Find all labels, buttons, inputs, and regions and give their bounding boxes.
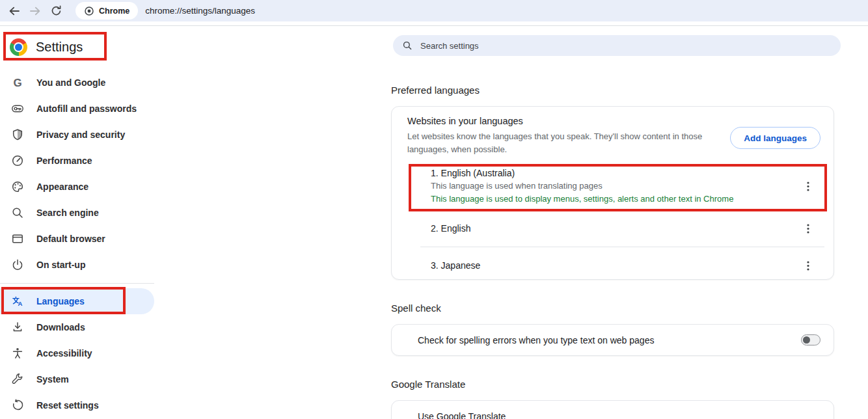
settings-sidebar: Settings G You and Google Autofill and p… [0,27,156,419]
use-google-translate-label: Use Google Translate [418,411,821,419]
kebab-menu-icon [804,260,813,271]
spell-check-card: Check for spelling errors when you type … [391,324,834,356]
reset-icon [11,399,24,412]
google-translate-card: Use Google Translate [391,400,834,419]
settings-main: Preferred languages Websites in your lan… [156,27,868,419]
sidebar-item-label: Autofill and passwords [36,103,137,114]
sidebar-item-label: System [36,374,69,385]
sidebar-item-label: Privacy and security [36,129,125,140]
site-chip-label: Chrome [99,7,129,16]
translate-icon: A [11,295,24,308]
kebab-menu-icon [804,223,813,234]
chrome-mono-icon [84,6,94,16]
card-description: Let websites know the languages that you… [407,130,711,156]
websites-languages-row: Websites in your languages Let websites … [392,107,834,163]
sidebar-item-label: You and Google [36,77,105,88]
site-chip[interactable]: Chrome [75,2,138,20]
browser-topbar: Chrome chrome://settings/languages [0,0,868,26]
spell-check-toggle[interactable] [801,334,821,345]
browser-topbar-band: Chrome chrome://settings/languages [0,0,868,21]
sidebar-header: Settings [10,33,156,61]
google-translate-heading: Google Translate [391,379,465,390]
toggle-knob [803,336,810,344]
sidebar-divider [0,283,154,284]
chrome-logo-icon [10,38,27,56]
speedometer-icon [11,154,24,167]
language-name: 1. English (Australia) [431,167,800,180]
search-settings-bar[interactable] [393,35,841,56]
sidebar-item-label: Accessibility [36,348,92,358]
accessibility-icon [11,347,24,360]
sidebar-item-autofill[interactable]: Autofill and passwords [0,96,156,122]
sidebar-item-on-startup[interactable]: On start-up [0,252,156,278]
sidebar-item-you-and-google[interactable]: G You and Google [0,70,156,96]
reload-icon [50,5,62,17]
sidebar-item-label: Languages [36,296,85,306]
language-name: 2. English [431,222,800,235]
back-arrow-icon [8,5,21,18]
shield-icon [11,128,24,141]
key-icon [11,102,24,115]
language-row-english: 2. English [392,210,834,247]
spell-check-heading: Spell check [391,303,441,314]
sidebar-nav: G You and Google Autofill and passwords [0,70,156,418]
card-title: Websites in your languages [407,116,711,126]
language-name: 3. Japanese [431,259,800,272]
sidebar-item-label: Default browser [36,234,105,244]
google-g-icon: G [11,76,24,89]
sidebar-item-languages[interactable]: A Languages [0,288,154,314]
search-settings-input[interactable] [419,40,832,51]
sidebar-item-label: Performance [36,155,92,166]
sidebar-item-label: Reset settings [36,400,99,411]
sidebar-item-search-engine[interactable]: Search engine [0,200,156,226]
sidebar-item-system[interactable]: System [0,366,156,392]
spell-check-label: Check for spelling errors when you type … [418,335,801,345]
chrome-settings-page: Chrome chrome://settings/languages Setti… [0,0,868,419]
reload-button[interactable] [46,1,66,21]
url-text[interactable]: chrome://settings/languages [145,6,255,16]
preferred-languages-heading: Preferred languages [391,85,480,96]
use-google-translate-row: Use Google Translate [392,401,834,419]
sidebar-item-privacy[interactable]: Privacy and security [0,122,156,148]
language-row-english-australia: 1. English (Australia) This language is … [392,163,834,210]
back-button[interactable] [4,1,25,21]
preferred-languages-card: Websites in your languages Let websites … [391,106,834,280]
sidebar-item-performance[interactable]: Performance [0,148,156,174]
forward-button[interactable] [25,1,46,21]
page-title: Settings [36,40,83,55]
sidebar-item-label: On start-up [36,260,85,270]
sidebar-item-default-browser[interactable]: Default browser [0,226,156,252]
power-icon [11,258,24,271]
browser-window-icon [11,232,24,245]
more-actions-button[interactable] [800,220,817,237]
svg-text:A: A [18,300,23,307]
palette-icon [11,180,24,193]
sidebar-item-accessibility[interactable]: Accessibility [0,340,156,366]
sidebar-item-reset[interactable]: Reset settings [0,392,156,418]
sidebar-item-downloads[interactable]: Downloads [0,314,156,340]
kebab-menu-icon [804,181,813,192]
add-languages-button[interactable]: Add languages [730,127,821,149]
search-icon [11,206,24,219]
language-display-note: This language is used to display menus, … [431,193,800,206]
wrench-icon [11,373,24,386]
more-actions-button[interactable] [800,178,817,195]
download-icon [11,321,24,334]
language-row-japanese: 3. Japanese [392,247,834,284]
sidebar-item-label: Appearance [36,182,88,192]
sidebar-item-appearance[interactable]: Appearance [0,174,156,200]
search-icon [402,40,413,51]
language-subtext: This language is used when translating p… [431,180,800,193]
forward-arrow-icon [29,5,42,18]
spell-check-row: Check for spelling errors when you type … [392,325,834,355]
sidebar-item-label: Search engine [36,208,99,218]
sidebar-item-label: Downloads [36,322,85,332]
more-actions-button[interactable] [800,257,817,274]
